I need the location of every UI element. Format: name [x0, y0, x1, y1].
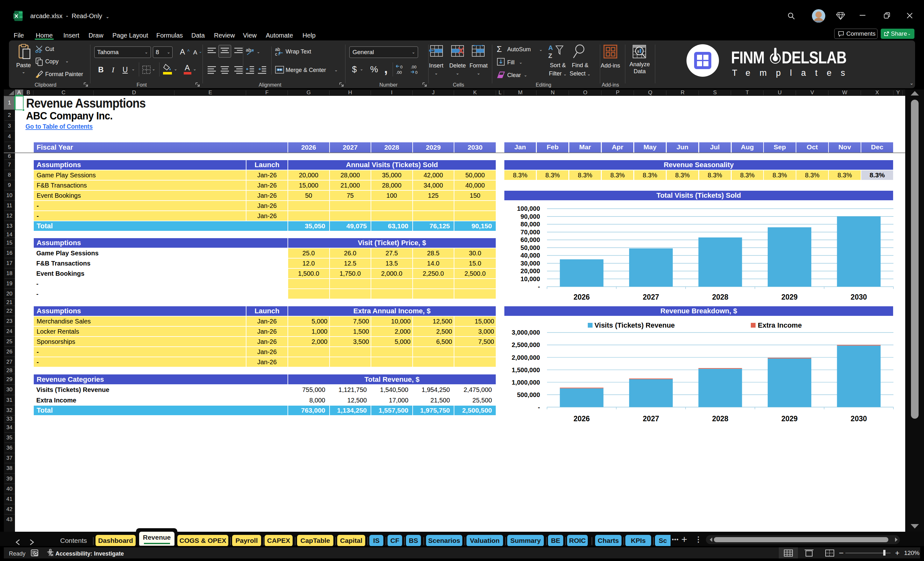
svg-text:60,000: 60,000	[520, 236, 540, 243]
svg-text:50,000: 50,000	[520, 244, 540, 251]
svg-text:30,000: 30,000	[520, 260, 540, 267]
svg-text:1,000,000: 1,000,000	[512, 379, 540, 386]
svg-text:2026: 2026	[573, 293, 590, 301]
svg-text:A: A	[548, 45, 553, 51]
svg-text:10,000: 10,000	[520, 275, 540, 282]
svg-text:80,000: 80,000	[520, 220, 540, 228]
svg-text:2,500,000: 2,500,000	[512, 341, 540, 348]
svg-text:2028: 2028	[712, 293, 728, 301]
svg-text:2028: 2028	[712, 414, 728, 423]
svg-text:2029: 2029	[782, 293, 798, 301]
svg-text:2027: 2027	[643, 293, 659, 301]
svg-text:2027: 2027	[643, 414, 659, 423]
svg-text:3,000,000: 3,000,000	[512, 329, 540, 336]
svg-text:c: c	[275, 52, 278, 57]
svg-text:.00: .00	[411, 64, 417, 69]
svg-text:2,000,000: 2,000,000	[512, 354, 540, 361]
svg-text:.00: .00	[396, 70, 402, 75]
svg-text:-: -	[538, 404, 540, 411]
svg-text:2030: 2030	[851, 414, 867, 423]
svg-text:2026: 2026	[573, 414, 590, 423]
svg-text:70,000: 70,000	[520, 229, 540, 236]
svg-text:ab: ab	[246, 47, 251, 52]
svg-text:0: 0	[400, 64, 402, 69]
svg-text:2030: 2030	[851, 293, 867, 301]
svg-text:1,500,000: 1,500,000	[512, 366, 540, 374]
svg-text:-: -	[538, 283, 540, 290]
svg-text:2029: 2029	[782, 414, 798, 423]
svg-text:100,000: 100,000	[517, 205, 540, 212]
svg-text:0: 0	[415, 70, 417, 75]
svg-text:Extra Income: Extra Income	[758, 321, 802, 329]
svg-text:40,000: 40,000	[520, 252, 540, 259]
svg-text:90,000: 90,000	[520, 213, 540, 220]
svg-text:Visits (Tickets) Revenue: Visits (Tickets) Revenue	[594, 321, 675, 329]
svg-text:ab: ab	[275, 47, 280, 52]
svg-text:Z: Z	[548, 52, 552, 59]
svg-text:500,000: 500,000	[517, 391, 540, 398]
svg-text:20,000: 20,000	[520, 267, 540, 274]
